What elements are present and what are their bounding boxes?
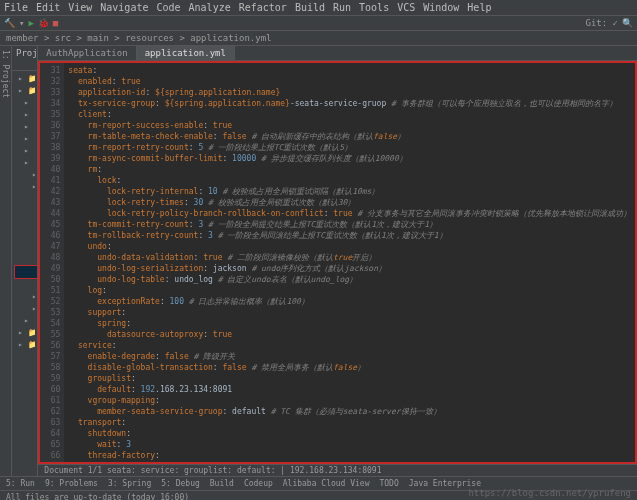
toolbar: 🔨 ▾ ▶ 🐞 ■ Git: ✓ 🔍 [0,16,637,31]
menu-view[interactable]: View [68,2,92,13]
tree-item[interactable]: ▸ 📁 src [14,181,35,193]
tree-item[interactable]: ▸ 📁 bootstrap.properties [14,279,38,291]
tab-todo[interactable]: TODO [379,479,398,488]
menu-code[interactable]: Code [156,2,180,13]
menu-build[interactable]: Build [295,2,325,13]
menu-edit[interactable]: Edit [36,2,60,13]
tab-java[interactable]: Java Enterprise [409,479,481,488]
run-config[interactable]: ▾ [19,18,24,28]
menu-file[interactable]: File [4,2,28,13]
tree-item[interactable]: ▸ 📁 gateway [14,133,35,145]
tree-item[interactable]: ▸ 📁 main [14,193,38,205]
tree-item[interactable]: ▸ 📁 .idea [14,73,35,85]
breadcrumb: member > src > main > resources > applic… [0,31,637,46]
tree-item[interactable]: ▸ 📁 code-generator [14,109,35,121]
play-icon[interactable]: ▶ [28,18,33,28]
tree-item[interactable]: ▸ 📁 mapper [14,229,38,241]
project-panel: Project ⚙ — ▸ 📁 .idea▸ 📁 app▸ 📁 auth▸ 📁 … [12,46,38,476]
tree-item[interactable]: ▸ 📁 Scratches and Consoles [14,339,35,351]
tree-item[interactable]: ▸ 📁 application.yml [14,265,38,279]
tab-cloud[interactable]: Alibaba Cloud View [283,479,370,488]
tab-application-yml[interactable]: application.yml [137,46,235,60]
tree-item[interactable]: ▸ 📁 java [14,205,38,217]
footer-status: All files are up-to-date (today 16:00) [6,493,189,500]
tree-item[interactable]: ▸ 📁 auth [14,97,35,109]
menu-refactor[interactable]: Refactor [239,2,287,13]
search-icon[interactable]: 🔍 [622,18,633,28]
menu-tools[interactable]: Tools [359,2,389,13]
editor[interactable]: 31 32 33 34 35 36 37 38 39 40 41 42 43 4… [38,61,637,464]
menu-run[interactable]: Run [333,2,351,13]
tree-item[interactable]: ▸ 📁 db [14,169,35,181]
editor-status: Document 1/1 seata: service: grouplist: … [38,464,637,476]
tree-item[interactable]: ▸ 📁 app [14,85,35,97]
project-tool[interactable]: 1: Project [1,50,10,98]
tree-item[interactable]: ▸ 📁 target [14,291,35,303]
hammer-icon[interactable]: 🔨 [4,18,15,28]
tree-item[interactable]: ▸ 📁 static [14,241,38,253]
tab-spring[interactable]: 3: Spring [108,479,151,488]
stop-icon[interactable]: ■ [53,18,58,28]
menu-vcs[interactable]: VCS [397,2,415,13]
tree-item[interactable]: ▸ 📁 External Libraries [14,327,35,339]
tree-item[interactable]: ▸ 📁 pom.xml [14,303,35,315]
tab-debug[interactable]: 5: Debug [161,479,200,488]
tree-item[interactable]: ▸ 📁 pom.xml [14,315,35,327]
tab-problems[interactable]: 9: Problems [45,479,98,488]
debug-icon[interactable]: 🐞 [38,18,49,28]
tree-item[interactable]: ▸ 📁 resources [14,217,38,229]
menu-navigate[interactable]: Navigate [100,2,148,13]
line-gutter: 31 32 33 34 35 36 37 38 39 40 41 42 43 4… [40,63,64,462]
tab-build[interactable]: Build [210,479,234,488]
tab-auth[interactable]: AuthApplication [38,46,136,60]
tab-codeup[interactable]: Codeup [244,479,273,488]
tree-item[interactable]: ▸ 📁 templates [14,253,38,265]
git-label[interactable]: Git: ✓ [585,18,618,28]
tree-item[interactable]: ▸ 📁 manager [14,145,35,157]
footer: All files are up-to-date (today 16:00) h… [0,490,637,500]
project-title: Project [16,48,38,68]
menu-window[interactable]: Window [423,2,459,13]
project-tree[interactable]: ▸ 📁 .idea▸ 📁 app▸ 📁 auth▸ 📁 code-generat… [12,71,37,353]
editor-tabs: AuthApplication application.yml [38,46,637,61]
watermark: https://blog.csdn.net/yprufeng [468,488,631,498]
menu-analyze[interactable]: Analyze [189,2,231,13]
code-area[interactable]: seata: enabled: true application-id: ${s… [64,63,635,462]
tree-item[interactable]: ▸ 📁 member [14,157,35,169]
left-gutter: 1: Project [0,46,12,476]
menubar: File Edit View Navigate Code Analyze Ref… [0,0,637,16]
tree-item[interactable]: ▸ 📁 common [14,121,35,133]
tab-run[interactable]: 5: Run [6,479,35,488]
menu-help[interactable]: Help [467,2,491,13]
